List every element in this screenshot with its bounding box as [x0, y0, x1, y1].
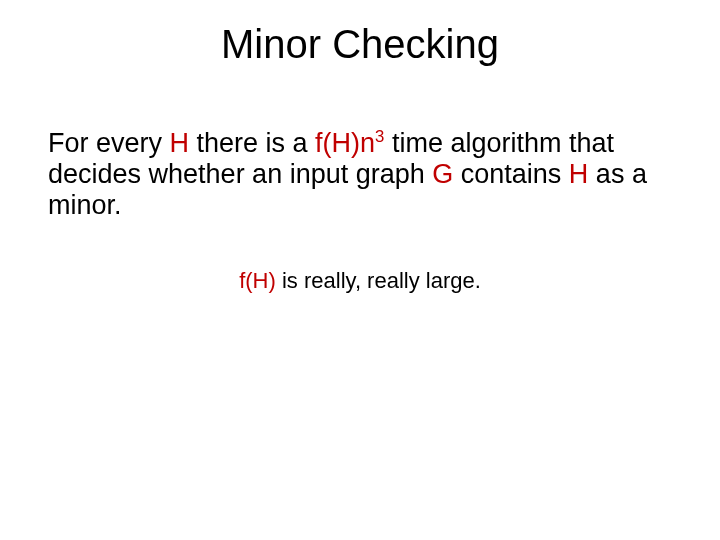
- slide-title: Minor Checking: [0, 22, 720, 67]
- variable-g: G: [432, 159, 453, 189]
- text-there-is: there is a: [189, 128, 315, 158]
- variable-h-2: H: [569, 159, 589, 189]
- slide: Minor Checking For every H there is a f(…: [0, 0, 720, 540]
- note-fh: f(H): [239, 268, 276, 293]
- variable-h: H: [170, 128, 190, 158]
- complexity-exponent: 3: [375, 127, 384, 146]
- footnote: f(H) is really, really large.: [0, 268, 720, 294]
- note-text: is really, really large.: [276, 268, 481, 293]
- text-contains: contains: [453, 159, 569, 189]
- slide-body: For every H there is a f(H)n3 time algor…: [48, 128, 672, 221]
- complexity-fhn: f(H)n: [315, 128, 375, 158]
- text-for-every: For every: [48, 128, 170, 158]
